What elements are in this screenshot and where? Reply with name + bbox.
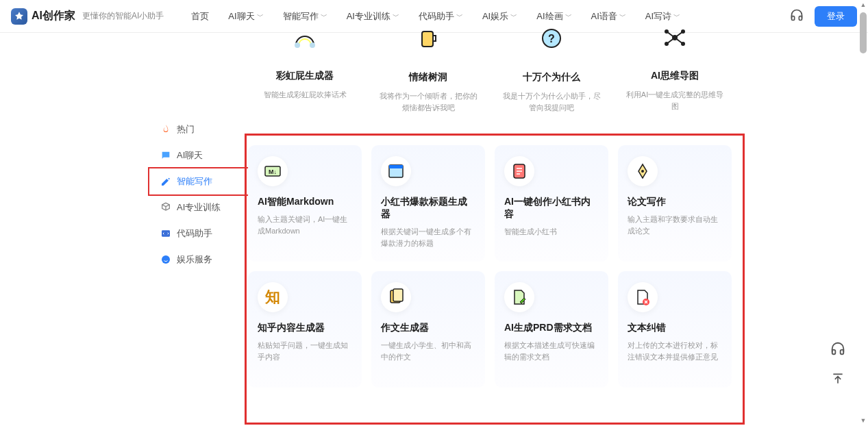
- card-title: 十万个为什么: [501, 71, 602, 84]
- svg-point-2: [295, 42, 300, 48]
- svg-point-17: [641, 170, 644, 173]
- sidebar-item-chat[interactable]: AI聊天: [151, 142, 247, 168]
- cards-grid: M↓ AI智能Markdown 输入主题关键词，AI一键生成Markdown 小…: [248, 145, 741, 388]
- svg-rect-4: [422, 32, 433, 47]
- login-button[interactable]: 登录: [815, 6, 857, 27]
- card-xiaohongshu-title[interactable]: 小红书爆款标题生成器 根据关键词一键生成多个有爆款潜力的标题: [371, 145, 485, 262]
- chat-icon: [160, 150, 171, 161]
- sidebar-item-label: 代码助手: [177, 227, 212, 240]
- card-emotion[interactable]: 情绪树洞 我将作为一个倾听者，把你的烦恼都告诉我吧: [371, 27, 485, 125]
- nav-menu: 首页 AI聊天﹀ 智能写作﹀ AI专业训练﹀ 代码助手﹀ AI娱乐﹀ AI绘画﹀…: [191, 10, 680, 23]
- card-desc: 根据文本描述生成可快速编辑的需求文档: [504, 340, 599, 362]
- card-zhihu[interactable]: 知 知乎内容生成器 粘贴知乎问题，一键生成知乎内容: [248, 271, 362, 388]
- sidebar: 热门 AI聊天 智能写作 AI专业训练 代码助手 娱乐服务: [151, 116, 247, 273]
- chevron-down-icon: ﹀: [456, 12, 463, 21]
- card-why[interactable]: ? 十万个为什么 我是十万个为什么小助手，尽管向我提问吧: [495, 27, 608, 125]
- back-to-top-icon[interactable]: [828, 369, 847, 388]
- card-thesis[interactable]: 论文写作 输入主题和字数要求自动生成论文: [618, 145, 732, 262]
- card-desc: 智能生成小红书: [504, 226, 599, 238]
- nav-drawing[interactable]: AI绘画﹀: [536, 10, 571, 23]
- doc-icon: [381, 282, 411, 312]
- sidebar-item-training[interactable]: AI专业训练: [151, 194, 247, 221]
- card-title: 情绪树洞: [378, 71, 478, 84]
- svg-point-1: [162, 255, 170, 264]
- card-title: AI思维导图: [625, 70, 725, 82]
- scroll-down-arrow[interactable]: ▼: [860, 417, 867, 425]
- nav-voice[interactable]: AI语音﹀: [591, 10, 626, 23]
- sidebar-item-label: 智能写作: [177, 175, 212, 188]
- pen-icon: [628, 156, 658, 186]
- svg-text:M↓: M↓: [269, 168, 277, 175]
- card-title: 作文生成器: [381, 322, 475, 334]
- card-title: AI生成PRD需求文档: [504, 322, 599, 334]
- nav-home[interactable]: 首页: [191, 10, 209, 23]
- card-title: 论文写作: [628, 196, 722, 208]
- nav-poetry[interactable]: AI写诗﹀: [645, 10, 680, 23]
- support-icon[interactable]: [828, 339, 847, 358]
- headset-icon[interactable]: [790, 8, 804, 25]
- scrollbar[interactable]: ▲ ▼: [860, 3, 867, 425]
- chevron-down-icon: ﹀: [321, 12, 327, 21]
- card-proofreading[interactable]: 文本纠错 对上传的文本进行校对，标注错误文本并提供修正意见: [618, 271, 732, 388]
- nav-training[interactable]: AI专业训练﹀: [347, 10, 399, 23]
- sidebar-item-hot[interactable]: 热门: [151, 116, 247, 142]
- scroll-up-arrow[interactable]: ▲: [860, 1, 867, 10]
- nav-writing[interactable]: 智能写作﹀: [283, 10, 327, 23]
- nav-chat[interactable]: AI聊天﹀: [228, 10, 263, 23]
- card-xiaohongshu-content[interactable]: AI一键创作小红书内容 智能生成小红书: [495, 145, 608, 262]
- markdown-icon: M↓: [258, 156, 288, 186]
- svg-rect-15: [389, 165, 403, 168]
- card-desc: 对上传的文本进行校对，标注错误文本并提供修正意见: [628, 340, 722, 362]
- card-mindmap[interactable]: AI思维导图 利用AI一键生成完整的思维导图: [618, 27, 732, 125]
- sidebar-item-label: 娱乐服务: [177, 253, 212, 266]
- card-markdown[interactable]: M↓ AI智能Markdown 输入主题关键词，AI一键生成Markdown: [248, 145, 362, 262]
- card-essay[interactable]: 作文生成器 一键生成小学生、初中和高中的作文: [371, 271, 485, 388]
- card-title: 小红书爆款标题生成器: [381, 196, 475, 221]
- chevron-down-icon: ﹀: [393, 12, 399, 21]
- chevron-down-icon: ﹀: [510, 12, 517, 21]
- fire-icon: [160, 124, 171, 135]
- card-title: 文本纠错: [628, 322, 722, 334]
- note-icon: [504, 156, 534, 186]
- zhihu-icon: 知: [258, 282, 288, 312]
- card-desc: 根据关键词一键生成多个有爆款潜力的标题: [381, 226, 475, 249]
- top-cards-row: 彩虹屁生成器 智能生成彩虹屁吹捧话术 情绪树洞 我将作为一个倾听者，把你的烦恼都…: [248, 27, 741, 125]
- sidebar-item-label: 热门: [177, 123, 195, 136]
- float-buttons: [828, 339, 847, 388]
- svg-rect-19: [393, 289, 403, 301]
- sidebar-item-code[interactable]: 代码助手: [151, 221, 247, 247]
- code-icon: [160, 228, 171, 239]
- card-desc: 我是十万个为什么小助手，尽管向我提问吧: [501, 90, 602, 113]
- cube-icon: [160, 202, 171, 213]
- chevron-down-icon: ﹀: [565, 12, 572, 21]
- file-edit-icon: [504, 282, 534, 312]
- cup-icon: [378, 27, 478, 49]
- rainbow-icon: [255, 27, 355, 48]
- logo[interactable]: AI创作家: [11, 8, 75, 25]
- sidebar-item-label: AI专业训练: [177, 201, 221, 214]
- brand-name: AI创作家: [32, 9, 75, 23]
- card-title: 知乎内容生成器: [258, 322, 352, 334]
- sidebar-item-writing[interactable]: 智能写作: [151, 168, 247, 194]
- window-icon: [381, 156, 411, 186]
- card-title: AI一键创作小红书内容: [504, 196, 599, 221]
- chevron-down-icon: ﹀: [619, 12, 626, 21]
- card-desc: 输入主题关键词，AI一键生成Markdown: [258, 214, 352, 236]
- card-desc: 一键生成小学生、初中和高中的作文: [381, 340, 475, 362]
- nav-entertainment[interactable]: AI娱乐﹀: [482, 10, 517, 23]
- card-rainbow[interactable]: 彩虹屁生成器 智能生成彩虹屁吹捧话术: [248, 27, 362, 125]
- svg-point-3: [310, 42, 315, 48]
- chevron-down-icon: ﹀: [673, 12, 680, 21]
- file-error-icon: [628, 282, 658, 312]
- logo-icon: [11, 8, 27, 25]
- mindmap-icon: [625, 27, 725, 48]
- smile-icon: [160, 254, 171, 265]
- card-prd[interactable]: AI生成PRD需求文档 根据文本描述生成可快速编辑的需求文档: [495, 271, 608, 388]
- card-title: 彩虹屁生成器: [255, 70, 355, 82]
- nav-code[interactable]: 代码助手﹀: [419, 10, 463, 23]
- edit-icon: [160, 176, 171, 187]
- scrollbar-thumb[interactable]: [860, 12, 867, 53]
- brand-subtitle: 更懂你的智能AI小助手: [82, 10, 164, 22]
- svg-text:?: ?: [548, 33, 555, 45]
- sidebar-item-entertainment[interactable]: 娱乐服务: [151, 247, 247, 273]
